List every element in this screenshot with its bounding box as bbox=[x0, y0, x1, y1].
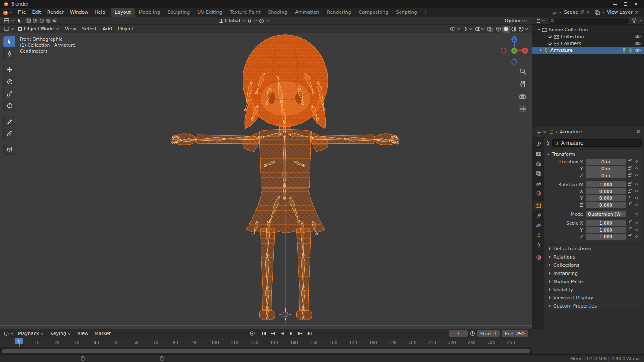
outliner-item-scene-collection[interactable]: Scene Collection bbox=[532, 26, 644, 33]
tab-scripting[interactable]: Scripting bbox=[392, 8, 421, 17]
timeline-scrollbar[interactable] bbox=[0, 347, 532, 354]
animate-property-button[interactable] bbox=[633, 190, 640, 192]
armature-pose-icon[interactable] bbox=[622, 48, 626, 53]
disclosure-triangle-icon[interactable] bbox=[540, 49, 542, 51]
lock-toggle[interactable] bbox=[626, 229, 633, 231]
rotate-tool[interactable] bbox=[3, 76, 15, 87]
animate-property-button[interactable] bbox=[633, 235, 640, 238]
tab-object-data[interactable] bbox=[533, 231, 544, 239]
scale-z-field[interactable]: 1.000 bbox=[586, 234, 626, 240]
panel-instancing[interactable]: Instancing bbox=[545, 269, 642, 277]
jump-to-start-button[interactable] bbox=[261, 330, 268, 337]
tab-render[interactable] bbox=[533, 149, 544, 158]
menu-edit[interactable]: Edit bbox=[29, 8, 44, 17]
menu-help[interactable]: Help bbox=[91, 8, 108, 17]
options-dropdown[interactable]: Options bbox=[505, 18, 529, 24]
lock-toggle[interactable] bbox=[626, 183, 633, 186]
blender-app-menu[interactable] bbox=[0, 8, 15, 17]
timeline-scrollbar-handle[interactable] bbox=[2, 349, 530, 353]
animate-property-button[interactable] bbox=[633, 229, 640, 231]
timeline-editor-type-selector[interactable] bbox=[3, 331, 15, 336]
viewport-canvas[interactable]: Front Orthographic (1) Collection | Arma… bbox=[0, 33, 532, 329]
select-mode-invert[interactable] bbox=[45, 18, 51, 24]
tab-modeling[interactable]: Modeling bbox=[135, 8, 164, 17]
properties-editor-type-selector[interactable] bbox=[535, 130, 547, 135]
maximize-button[interactable] bbox=[624, 2, 627, 6]
shading-solid-button[interactable] bbox=[502, 26, 510, 33]
animate-property-button[interactable] bbox=[633, 183, 640, 185]
jump-prev-keyframe-button[interactable] bbox=[270, 330, 277, 337]
outliner-filter-button[interactable] bbox=[631, 18, 642, 23]
camera-view-icon[interactable] bbox=[519, 93, 527, 100]
menu-window[interactable]: Window bbox=[67, 8, 91, 17]
mode-dropdown[interactable]: Object Mode bbox=[16, 26, 61, 32]
select-mode-new[interactable] bbox=[26, 18, 32, 24]
tab-world[interactable] bbox=[533, 189, 544, 197]
scale-tool[interactable] bbox=[3, 88, 15, 99]
panel-collections[interactable]: Collections bbox=[545, 261, 642, 269]
armature-data-icon[interactable] bbox=[628, 48, 633, 53]
outliner-editor-type-selector[interactable] bbox=[535, 18, 547, 24]
view-layer-selector[interactable]: View Layer × bbox=[593, 9, 641, 15]
gizmo-z-negative-axis[interactable] bbox=[512, 59, 517, 64]
navigation-gizmo[interactable]: Z X Y bbox=[501, 34, 528, 66]
eye-icon[interactable] bbox=[635, 48, 641, 52]
disclosure-triangle-icon[interactable] bbox=[538, 29, 540, 30]
snap-toggle[interactable] bbox=[247, 18, 257, 24]
timeline-menu-marker[interactable]: Marker bbox=[92, 331, 113, 336]
zoom-icon[interactable] bbox=[519, 68, 527, 75]
outliner-item-colliders[interactable]: Colliders bbox=[532, 40, 644, 47]
proportional-editing-toggle[interactable] bbox=[259, 18, 269, 24]
animate-property-button[interactable] bbox=[633, 174, 640, 176]
tab-layout[interactable]: Layout bbox=[111, 8, 134, 17]
lock-toggle[interactable] bbox=[626, 235, 633, 238]
tab-rendering[interactable]: Rendering bbox=[323, 8, 355, 17]
tab-uv-editing[interactable]: UV Editing bbox=[194, 8, 226, 17]
lock-toggle[interactable] bbox=[626, 222, 633, 224]
show-object-types-dropdown[interactable] bbox=[450, 27, 461, 31]
tab-shading[interactable]: Shading bbox=[264, 8, 292, 17]
lock-toggle[interactable] bbox=[626, 204, 633, 206]
shading-material-button[interactable] bbox=[510, 26, 517, 32]
object-name-field[interactable]: Armature bbox=[552, 139, 642, 147]
viewport-editor-type-selector[interactable] bbox=[3, 26, 15, 32]
timeline-menu-keying[interactable]: Keying bbox=[48, 331, 74, 336]
rotation-y-field[interactable]: 0.000 bbox=[586, 195, 626, 201]
timeline-menu-playback[interactable]: Playback bbox=[15, 331, 47, 336]
animate-property-button[interactable] bbox=[633, 222, 640, 224]
jump-to-end-button[interactable] bbox=[306, 330, 313, 337]
tab-bone[interactable] bbox=[533, 241, 544, 249]
select-mode-intersect[interactable] bbox=[52, 18, 58, 24]
transform-tool[interactable] bbox=[3, 100, 15, 111]
unlink-scene-icon[interactable]: × bbox=[586, 10, 591, 15]
tab-compositing[interactable]: Compositing bbox=[355, 8, 392, 17]
viewport-menu-view[interactable]: View bbox=[62, 26, 79, 32]
tab-object[interactable] bbox=[533, 201, 544, 210]
gizmos-dropdown[interactable] bbox=[462, 26, 473, 32]
minimize-button[interactable] bbox=[613, 3, 617, 5]
scale-y-field[interactable]: 1.000 bbox=[586, 227, 626, 233]
editor-type-selector[interactable] bbox=[3, 18, 15, 24]
rotation-z-field[interactable]: 0.000 bbox=[586, 202, 626, 208]
toggle-ortho-grid-icon[interactable] bbox=[519, 105, 527, 113]
viewport-menu-add[interactable]: Add bbox=[100, 26, 114, 32]
timeline-menu-view[interactable]: View bbox=[75, 331, 91, 336]
remove-view-layer-icon[interactable]: × bbox=[634, 10, 639, 15]
tab-view-layer[interactable] bbox=[533, 169, 544, 178]
pan-hand-icon[interactable] bbox=[519, 80, 527, 88]
animate-property-button[interactable] bbox=[633, 197, 640, 199]
jump-next-keyframe-button[interactable] bbox=[297, 330, 304, 337]
gizmo-x-negative-axis[interactable] bbox=[501, 48, 506, 53]
hide-in-viewport-toggle[interactable] bbox=[635, 42, 641, 45]
play-button[interactable] bbox=[288, 330, 295, 337]
hide-in-viewport-toggle[interactable] bbox=[635, 35, 641, 39]
rotation-mode-dropdown[interactable]: Quaternion (WXYZ) bbox=[586, 211, 626, 217]
menu-render[interactable]: Render bbox=[44, 8, 67, 17]
tab-animation[interactable]: Animation bbox=[291, 8, 323, 17]
panel-relations[interactable]: Relations bbox=[545, 253, 642, 261]
animate-property-button[interactable] bbox=[633, 167, 640, 169]
shading-rendered-button[interactable] bbox=[518, 26, 529, 32]
overlays-dropdown[interactable] bbox=[474, 27, 485, 32]
transform-orientation-dropdown[interactable]: Global bbox=[219, 18, 245, 24]
xray-toggle[interactable] bbox=[487, 27, 493, 32]
